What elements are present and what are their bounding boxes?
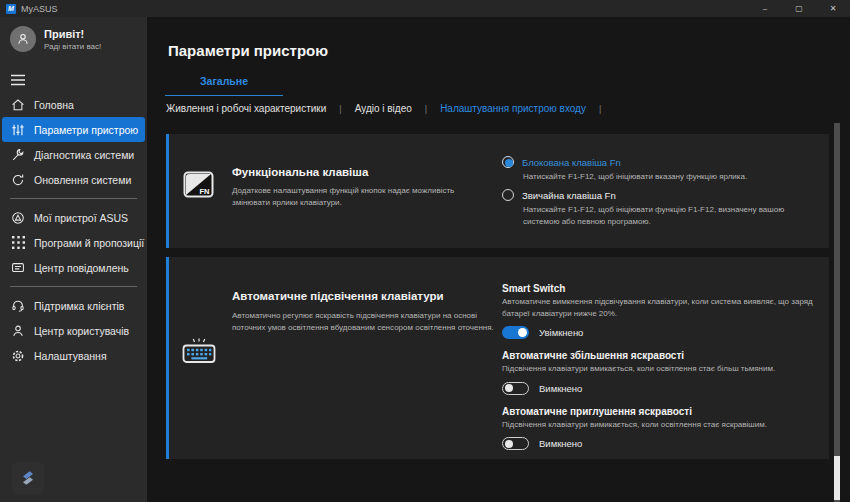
sidebar-item-label: Оновлення системи (34, 174, 131, 186)
update-icon (11, 173, 25, 187)
wrench-icon (11, 148, 25, 162)
subtab-separator: | (339, 104, 341, 114)
toggle-description: Підсвічення клавіатури вимикається, коли… (502, 419, 824, 431)
sidebar-item-label: Центр користувачів (34, 325, 129, 337)
sidebar-item-device-settings[interactable]: Параметри пристрою (2, 117, 145, 142)
toggle-knob (518, 328, 527, 337)
scrollbar-thumb[interactable] (834, 456, 840, 500)
card-title: Автоматичне підсвічення клавіатури (232, 290, 444, 302)
subtab-audio-video[interactable]: Аудіо і відео (355, 103, 412, 114)
greeting-title: Привіт! (44, 28, 101, 40)
toggle-block-smart-switch: Smart Switch Автоматичне вимкнення підсв… (502, 283, 824, 339)
sidebar-item-my-asus-devices[interactable]: Мої пристрої ASUS (2, 205, 145, 230)
sidebar-item-label: Програми й пропозиції від... (34, 237, 145, 249)
smart-switch-toggle[interactable] (502, 326, 529, 339)
sidebar-item-label: Центр повідомлень (34, 262, 129, 274)
sidebar-item-home[interactable]: Головна (2, 92, 145, 117)
toggle-state-label: Вимкнено (539, 383, 582, 394)
keyboard-backlight-card: Автоматичне підсвічення клавіатури Автом… (166, 257, 829, 459)
auto-brighten-toggle[interactable] (502, 382, 529, 395)
option-label: Блокована клавіша Fn (522, 157, 621, 168)
option-label: Звичайна клавіша Fn (522, 190, 616, 201)
app-title: MyASUS (21, 4, 58, 14)
option-description: Натискайте F1-F12, щоб ініціювати вказан… (523, 171, 822, 183)
radio-fn-normal[interactable]: Звичайна клавіша Fn (502, 189, 822, 201)
sidebar-item-settings[interactable]: Налаштування (2, 343, 145, 368)
sidebar-item-diagnostics[interactable]: Діагностика системи (2, 142, 145, 167)
radio-fn-lock[interactable]: Блокована клавіша Fn (502, 156, 822, 168)
main-content: Параметри пристрою Загальне Живлення і р… (147, 17, 850, 502)
auto-dim-toggle[interactable] (502, 437, 529, 450)
user-avatar[interactable] (10, 26, 36, 52)
option-description: Натискайте F1-F12, щоб ініціювати функці… (523, 204, 822, 228)
toggle-block-auto-dim: Автоматичне приглушення яскравості Підсв… (502, 406, 824, 451)
card-title: Функціональна клавіша (232, 166, 368, 178)
asus-devices-icon (11, 211, 25, 225)
toggle-block-auto-brighten: Автоматичне збільшення яскравості Підсві… (502, 350, 824, 395)
toggle-state-label: Увімкнено (539, 327, 583, 338)
scrollbar[interactable] (834, 123, 840, 502)
titlebar: M MyASUS – ▢ ✕ (0, 0, 850, 17)
greeting-subtitle: Раді вітати вас! (44, 42, 101, 51)
maximize-button[interactable]: ▢ (782, 0, 816, 17)
headset-icon (11, 299, 25, 313)
sidebar-item-customer-support[interactable]: Підтримка клієнтів (2, 293, 145, 318)
hamburger-menu-icon[interactable] (11, 74, 25, 86)
toggle-state-label: Вимкнено (539, 438, 582, 449)
assistant-launcher[interactable] (12, 462, 44, 494)
toggle-description: Підсвічення клавіатури вмикається, коли … (502, 363, 824, 375)
sidebar-item-label: Головна (34, 99, 74, 111)
card-description: Автоматично регулює яскравість підсвічен… (232, 310, 497, 333)
sidebar-item-label: Підтримка клієнтів (34, 300, 124, 312)
radio-selected-icon (502, 156, 514, 168)
sidebar-item-label: Параметри пристрою (34, 124, 138, 136)
user-greeting: Привіт! Раді вітати вас! (0, 17, 147, 58)
subtab-separator: | (425, 104, 427, 114)
tab-general[interactable]: Загальне (165, 75, 283, 96)
minimize-button[interactable]: – (748, 0, 782, 17)
toggle-title: Автоматичне збільшення яскравості (502, 350, 824, 361)
settings-panel: FN Функціональна клавіша Додаткове налаш… (166, 134, 829, 459)
svg-text:FN: FN (200, 187, 210, 196)
window-controls: – ▢ ✕ (748, 0, 850, 17)
sidebar-item-label: Налаштування (34, 350, 107, 362)
sidebar: Привіт! Раді вітати вас! Головна Парамет… (0, 17, 147, 502)
keyboard-backlight-icon (181, 337, 217, 365)
toggle-description: Автоматичне вимкнення підсвічування клав… (502, 296, 824, 319)
close-button[interactable]: ✕ (816, 0, 850, 17)
user-icon (11, 324, 25, 338)
subtab-power-performance[interactable]: Живлення і робочі характеристики (166, 103, 326, 114)
subtab-separator: | (599, 104, 601, 114)
sidebar-item-label: Мої пристрої ASUS (34, 212, 128, 224)
backlight-toggle-list: Smart Switch Автоматичне вимкнення підсв… (502, 283, 824, 461)
card-description: Додаткове налаштування функцій кнопок на… (232, 185, 482, 208)
device-settings-icon (11, 123, 25, 137)
toggle-knob (505, 440, 513, 448)
radio-unselected-icon (502, 189, 514, 201)
sidebar-divider (10, 286, 137, 287)
fn-key-icon: FN (183, 171, 214, 198)
sidebar-item-user-center[interactable]: Центр користувачів (2, 318, 145, 343)
fn-key-options: Блокована клавіша Fn Натискайте F1-F12, … (502, 156, 822, 234)
function-key-card: FN Функціональна клавіша Додаткове налаш… (166, 134, 829, 248)
message-center-icon (11, 261, 25, 275)
subtab-input-device[interactable]: Налаштування пристрою входу (440, 103, 586, 114)
page-title: Параметри пристрою (168, 42, 328, 59)
apps-grid-icon (11, 236, 25, 250)
myasus-logo-icon: M (6, 4, 16, 14)
gear-icon (11, 349, 25, 363)
sidebar-item-message-center[interactable]: Центр повідомлень (2, 255, 145, 280)
option-fn-lock: Блокована клавіша Fn Натискайте F1-F12, … (502, 156, 822, 183)
sidebar-divider (10, 198, 137, 199)
assistant-logo-icon (18, 468, 38, 488)
subtab-bar: Живлення і робочі характеристики | Аудіо… (166, 103, 820, 114)
home-icon (11, 98, 25, 112)
person-icon (16, 32, 30, 46)
toggle-title: Автоматичне приглушення яскравості (502, 406, 824, 417)
option-fn-normal: Звичайна клавіша Fn Натискайте F1-F12, щ… (502, 189, 822, 228)
toggle-knob (505, 384, 513, 392)
sidebar-item-system-update[interactable]: Оновлення системи (2, 167, 145, 192)
sidebar-item-label: Діагностика системи (34, 149, 134, 161)
sidebar-item-apps-offers[interactable]: Програми й пропозиції від... (2, 230, 145, 255)
toggle-title: Smart Switch (502, 283, 824, 294)
